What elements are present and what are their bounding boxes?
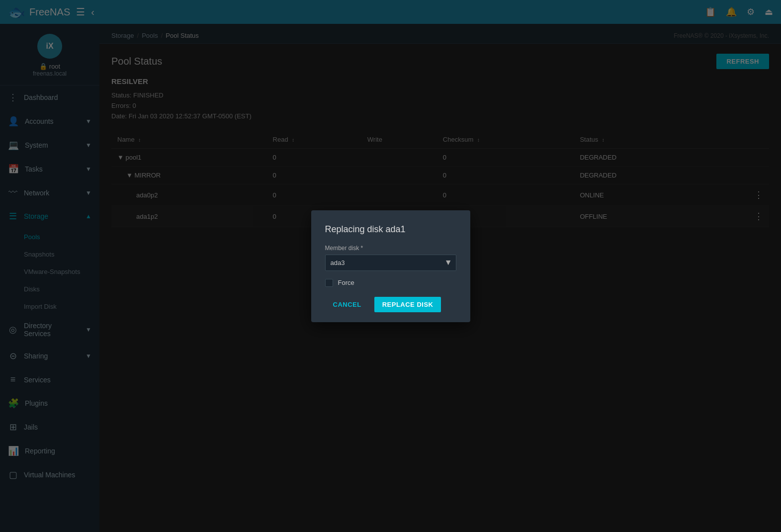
member-disk-label: Member disk *: [325, 245, 456, 252]
replace-disk-button[interactable]: REPLACE DISK: [374, 297, 441, 312]
member-disk-select[interactable]: ada3: [325, 255, 456, 271]
member-disk-field: ada3 ▼: [325, 255, 456, 271]
force-checkbox[interactable]: [325, 279, 333, 287]
replace-disk-dialog: Replacing disk ada1 Member disk * ada3 ▼…: [311, 210, 470, 322]
force-label: Force: [338, 279, 354, 286]
dialog-title: Replacing disk ada1: [325, 224, 456, 235]
cancel-button[interactable]: CANCEL: [325, 297, 369, 312]
dialog-actions: CANCEL REPLACE DISK: [325, 297, 456, 312]
force-checkbox-row: Force: [325, 279, 456, 287]
modal-overlay: Replacing disk ada1 Member disk * ada3 ▼…: [0, 0, 781, 532]
